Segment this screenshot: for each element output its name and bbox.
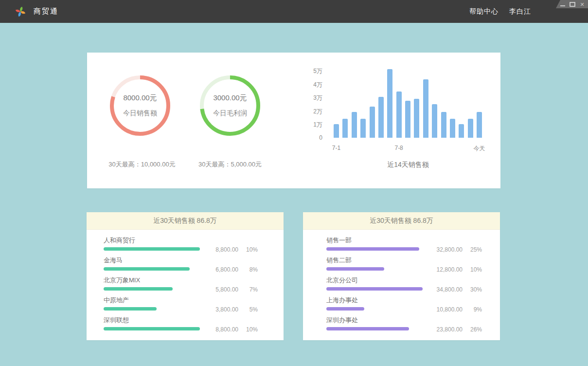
list-item-bar xyxy=(326,267,384,271)
list-item-amount: 12,800.00 xyxy=(428,266,463,273)
close-button[interactable]: ✕ xyxy=(579,1,585,7)
bar-day-12 xyxy=(432,104,437,138)
list-item-value: 12,800.0010% xyxy=(428,266,482,273)
list-item-value: 6,800.008% xyxy=(204,266,258,273)
list-item: 销售一部32,800.0025% xyxy=(303,237,500,256)
bar-chart-y-axis: 5万4万3万2万1万0 xyxy=(293,53,322,150)
maximize-button[interactable] xyxy=(570,1,575,7)
window-controls: ✕ xyxy=(556,0,588,8)
customer-sales-panel: 近30天销售额 86.8万 人和商贸行8,800.0010%金海马6,800.0… xyxy=(87,212,284,340)
today-profit-value: 3000.00元 xyxy=(213,93,247,103)
bar-day-6 xyxy=(378,97,384,138)
list-item-amount: 3,800.00 xyxy=(204,306,238,313)
y-tick-label: 3万 xyxy=(313,94,322,102)
y-tick-label: 2万 xyxy=(313,108,322,116)
list-item-amount: 10,800.00 xyxy=(428,306,463,313)
list-item-bar xyxy=(104,267,190,271)
help-center-link[interactable]: 帮助中心 xyxy=(469,7,499,16)
today-sales-value: 8000.00元 xyxy=(123,93,157,103)
list-item-amount: 23,800.00 xyxy=(428,326,463,333)
app-logo-icon xyxy=(14,5,27,18)
list-item-label: 中原地产 xyxy=(104,296,284,304)
list-item-label: 销售二部 xyxy=(326,256,500,264)
bar-chart-title: 近14天销售额 xyxy=(330,161,486,169)
list-item: 上海办事处10,800.009% xyxy=(303,296,500,316)
y-tick-label: 0 xyxy=(319,134,322,141)
department-panel-header: 近30天销售额 86.8万 xyxy=(303,212,500,230)
x-tick-label: 今天 xyxy=(474,145,485,153)
summary-panel: 8000.00元 今日销售额 30天最高：10,000.00元 3000.00元… xyxy=(87,53,500,188)
list-item: 北京万象MIX5,800.007% xyxy=(87,276,284,296)
list-item-label: 北京分公司 xyxy=(326,276,500,284)
profit-30day-max: 30天最高：5,000.00元 xyxy=(177,160,284,169)
list-item-value: 8,800.0010% xyxy=(204,326,258,333)
today-profit-gauge: 3000.00元 今日毛利润 xyxy=(200,75,260,136)
y-tick-label: 1万 xyxy=(313,121,322,129)
list-item-percent: 26% xyxy=(463,326,482,333)
list-item-label: 金海马 xyxy=(104,256,284,264)
department-sales-panel: 近30天销售额 86.8万 销售一部32,800.0025%销售二部12,800… xyxy=(303,212,500,340)
y-tick-label: 5万 xyxy=(313,67,322,75)
list-item-value: 5,800.007% xyxy=(204,286,258,293)
list-item-percent: 7% xyxy=(238,286,258,293)
minimize-icon xyxy=(560,2,565,6)
list-item-bar xyxy=(104,287,173,291)
list-item: 金海马6,800.008% xyxy=(87,256,284,276)
list-item-value: 34,800.0030% xyxy=(428,286,482,293)
list-item-amount: 34,800.00 xyxy=(428,286,463,293)
list-item-amount: 8,800.00 xyxy=(204,326,238,333)
bar-chart xyxy=(334,70,482,138)
list-item-amount: 8,800.00 xyxy=(204,246,238,253)
bar-day-8 xyxy=(396,92,402,138)
list-item-bar xyxy=(326,287,423,291)
bar-day-4 xyxy=(360,119,366,138)
list-item-amount: 6,800.00 xyxy=(204,266,238,273)
minimize-button[interactable] xyxy=(560,1,566,7)
list-item-bar xyxy=(104,307,157,311)
bar-day-10 xyxy=(414,99,419,138)
today-sales-gauge: 8000.00元 今日销售额 xyxy=(110,75,170,136)
list-item-value: 3,800.005% xyxy=(204,306,258,313)
list-item-label: 北京万象MIX xyxy=(104,276,284,284)
list-item-percent: 8% xyxy=(238,266,258,273)
list-item-bar xyxy=(326,327,409,330)
bar-day-15 xyxy=(459,124,464,138)
bar-day-3 xyxy=(352,112,357,138)
x-tick-label: 7-1 xyxy=(332,145,340,151)
list-item-label: 上海办事处 xyxy=(326,296,500,304)
list-item: 北京分公司34,800.0030% xyxy=(303,276,500,296)
user-menu[interactable]: 李白江 xyxy=(509,7,531,16)
list-item-percent: 25% xyxy=(463,246,482,253)
bar-day-11 xyxy=(423,79,428,138)
bar-day-7 xyxy=(387,69,392,138)
list-item-percent: 10% xyxy=(238,326,258,333)
list-item-percent: 9% xyxy=(463,306,482,313)
list-item: 深圳办事处23,800.0026% xyxy=(303,316,500,336)
maximize-icon xyxy=(570,2,575,7)
list-item-amount: 5,800.00 xyxy=(204,286,238,293)
y-tick-label: 4万 xyxy=(313,81,322,89)
list-item-label: 销售一部 xyxy=(326,237,500,244)
app-title: 商贸通 xyxy=(34,7,58,16)
list-item-percent: 10% xyxy=(238,246,258,253)
list-item-label: 人和商贸行 xyxy=(104,237,284,244)
customer-panel-header: 近30天销售额 86.8万 xyxy=(87,212,284,230)
list-item-percent: 30% xyxy=(463,286,482,293)
list-item-percent: 10% xyxy=(463,266,482,273)
list-item-value: 10,800.009% xyxy=(428,306,482,313)
list-item-value: 23,800.0026% xyxy=(428,326,482,333)
bar-day-17 xyxy=(477,112,482,138)
list-item-percent: 5% xyxy=(238,306,258,313)
list-item-amount: 32,800.00 xyxy=(428,246,463,253)
bar-day-1 xyxy=(334,124,339,138)
today-profit-label: 今日毛利润 xyxy=(213,109,247,118)
titlebar: 商贸通 帮助中心 李白江 ✕ xyxy=(0,0,588,23)
customer-list: 人和商贸行8,800.0010%金海马6,800.008%北京万象MIX5,80… xyxy=(87,230,284,336)
bar-day-5 xyxy=(370,107,375,138)
list-item: 销售二部12,800.0010% xyxy=(303,256,500,276)
today-sales-label: 今日销售额 xyxy=(123,109,157,118)
close-icon: ✕ xyxy=(580,1,584,7)
bar-day-16 xyxy=(468,119,473,138)
bar-day-14 xyxy=(450,119,455,138)
list-item-bar xyxy=(326,307,364,311)
